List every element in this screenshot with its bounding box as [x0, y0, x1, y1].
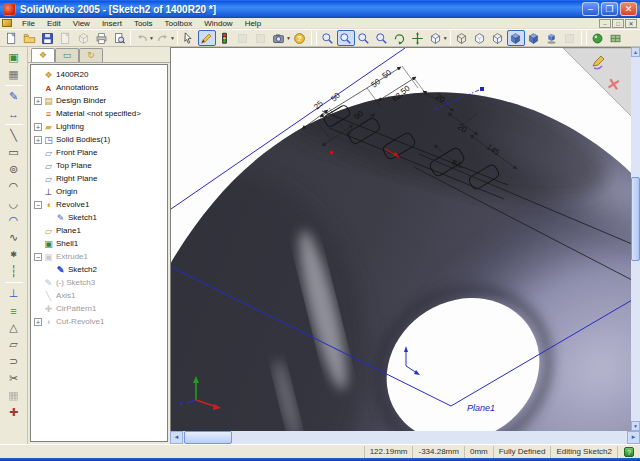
close-button[interactable]: ✕ — [620, 2, 637, 16]
rotate-view-button[interactable] — [391, 30, 409, 46]
horizontal-scrollbar[interactable]: ◄ ► — [170, 431, 640, 444]
shaded-button[interactable] — [525, 30, 543, 46]
make-drawing-button[interactable] — [56, 30, 74, 46]
disabled-tool-1[interactable] — [234, 30, 252, 46]
mdi-minimize-button[interactable]: ‒ — [599, 19, 611, 28]
edit-color-button[interactable] — [589, 30, 607, 46]
tree-item-shell1[interactable]: Shell1 — [31, 237, 167, 250]
tree-item-design-binder[interactable]: Design Binder — [31, 94, 167, 107]
display-relations-button[interactable] — [3, 302, 25, 319]
scroll-right-button[interactable]: ► — [627, 431, 640, 444]
graphics-viewport[interactable]: Plane1 — [170, 47, 631, 431]
select-button[interactable] — [180, 30, 198, 46]
line-tool-button[interactable] — [3, 127, 25, 144]
zoom-in-out-button[interactable] — [355, 30, 373, 46]
redo-button[interactable] — [154, 30, 172, 46]
sketch-tool-button[interactable] — [3, 88, 25, 105]
menu-file[interactable]: File — [16, 18, 41, 29]
expand-icon[interactable] — [34, 318, 42, 326]
open-button[interactable] — [20, 30, 38, 46]
expand-icon[interactable] — [34, 136, 42, 144]
menu-tools[interactable]: Tools — [128, 18, 159, 29]
circular-pattern-button[interactable] — [3, 404, 25, 421]
title-bar[interactable]: SolidWorks 2005 - [Sketch2 of 1400R20 *]… — [0, 0, 640, 18]
tab-property-manager[interactable] — [55, 48, 79, 62]
tree-item-cut-revolve1[interactable]: Cut-Revolve1 — [31, 315, 167, 328]
quick-tips-icon[interactable]: ? — [624, 447, 634, 457]
mirror-entities-button[interactable] — [3, 319, 25, 336]
mdi-close-button[interactable]: ✕ — [625, 19, 637, 28]
tree-item-sketch1[interactable]: Sketch1 — [31, 211, 167, 224]
convert-entities-button[interactable] — [3, 336, 25, 353]
linear-pattern-button[interactable] — [3, 387, 25, 404]
collapse-icon[interactable] — [34, 201, 42, 209]
tree-item-top-plane[interactable]: Top Plane — [31, 159, 167, 172]
vertical-scrollbar[interactable]: ▲ ▼ — [631, 47, 640, 431]
tree-item-plane1[interactable]: Plane1 — [31, 224, 167, 237]
shadows-button[interactable] — [543, 30, 561, 46]
spline-tool-button[interactable] — [3, 229, 25, 246]
scroll-left-button[interactable]: ◄ — [170, 431, 183, 444]
tree-item-sketch2[interactable]: Sketch2 — [31, 263, 167, 276]
trim-button[interactable] — [3, 370, 25, 387]
help-button[interactable] — [291, 30, 309, 46]
redo-dropdown-icon[interactable]: ▼ — [170, 35, 175, 41]
print-preview-button[interactable] — [110, 30, 128, 46]
centerpoint-arc-button[interactable] — [3, 178, 25, 195]
views-dropdown-icon[interactable]: ▼ — [443, 35, 448, 41]
make-assembly-button[interactable] — [74, 30, 92, 46]
tree-item-origin[interactable]: Origin — [31, 185, 167, 198]
rebuild-button[interactable] — [216, 30, 234, 46]
tab-feature-manager[interactable] — [31, 48, 55, 62]
zoom-to-fit-button[interactable] — [319, 30, 337, 46]
restore-button[interactable]: ❐ — [601, 2, 618, 16]
add-relation-button[interactable] — [3, 285, 25, 302]
shaded-with-edges-button[interactable] — [507, 30, 525, 46]
tree-item-material[interactable]: Material <not specified> — [31, 107, 167, 120]
offset-entities-button[interactable] — [3, 353, 25, 370]
scroll-up-button[interactable]: ▲ — [631, 47, 640, 57]
horizontal-scroll-thumb[interactable] — [184, 431, 232, 444]
collapse-icon[interactable] — [34, 253, 42, 261]
section-view-button[interactable] — [561, 30, 579, 46]
pan-button[interactable] — [409, 30, 427, 46]
plane1-label[interactable]: Plane1 — [467, 403, 495, 413]
save-button[interactable] — [38, 30, 56, 46]
tree-item-right-plane[interactable]: Right Plane — [31, 172, 167, 185]
menu-window[interactable]: Window — [198, 18, 238, 29]
vertical-scroll-thumb[interactable] — [631, 177, 640, 261]
scroll-down-button[interactable]: ▼ — [631, 421, 640, 431]
circle-tool-button[interactable] — [3, 161, 25, 178]
tree-item-sketch3[interactable]: (-) Sketch3 — [31, 276, 167, 289]
menu-view[interactable]: View — [67, 18, 96, 29]
rectangle-tool-button[interactable] — [3, 144, 25, 161]
menu-insert[interactable]: Insert — [96, 18, 128, 29]
tree-item-axis1[interactable]: Axis1 — [31, 289, 167, 302]
sketch-endpoint[interactable] — [480, 87, 484, 91]
tree-item-annotations[interactable]: Annotations — [31, 81, 167, 94]
tree-item-cirpattern1[interactable]: CirPattern1 — [31, 302, 167, 315]
print-button[interactable] — [92, 30, 110, 46]
zoom-to-area-button[interactable] — [337, 30, 355, 46]
tree-item-extrude1[interactable]: Extrude1 — [31, 250, 167, 263]
hidden-lines-removed-button[interactable] — [489, 30, 507, 46]
grid-snap-button[interactable] — [3, 66, 25, 83]
tree-item-solid-bodies[interactable]: Solid Bodies(1) — [31, 133, 167, 146]
zoom-to-selection-button[interactable] — [373, 30, 391, 46]
menu-help[interactable]: Help — [239, 18, 267, 29]
menu-toolbox[interactable]: Toolbox — [159, 18, 199, 29]
tangent-arc-button[interactable] — [3, 195, 25, 212]
expand-icon[interactable] — [34, 123, 42, 131]
disabled-tool-2[interactable] — [252, 30, 270, 46]
tree-item-part-root[interactable]: 1400R20 — [31, 68, 167, 81]
color-swatch-button[interactable] — [3, 49, 25, 66]
mdi-restore-button[interactable]: □ — [612, 19, 624, 28]
tree-item-revolve1[interactable]: Revolve1 — [31, 198, 167, 211]
texture-button[interactable] — [607, 30, 625, 46]
new-button[interactable] — [2, 30, 20, 46]
hidden-lines-visible-button[interactable] — [471, 30, 489, 46]
tab-configuration-manager[interactable] — [79, 48, 103, 62]
tree-item-front-plane[interactable]: Front Plane — [31, 146, 167, 159]
minimize-button[interactable]: ‒ — [582, 2, 599, 16]
undo-button[interactable] — [133, 30, 151, 46]
